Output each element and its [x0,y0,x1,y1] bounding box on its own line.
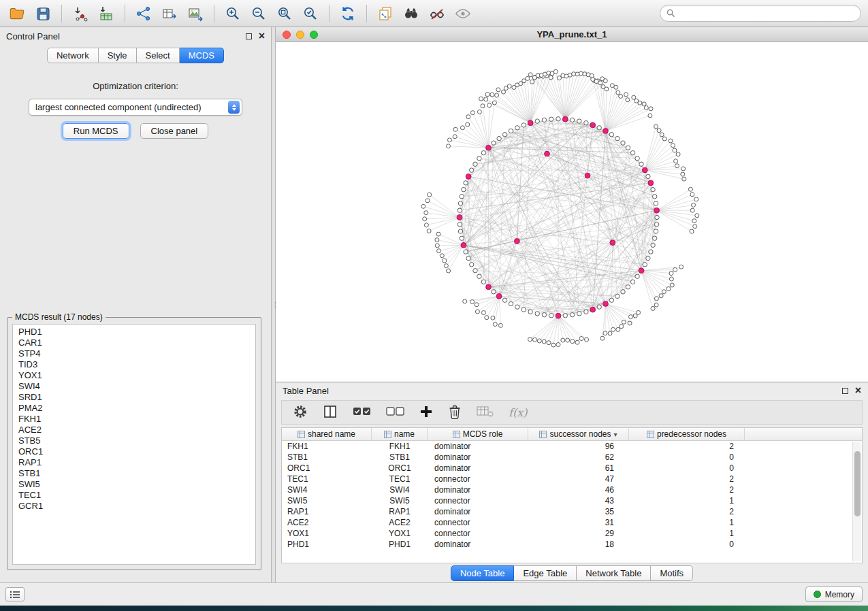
close-panel-icon[interactable]: × [259,33,265,39]
network-edge[interactable] [468,117,489,148]
select-all-rows-button[interactable] [353,406,371,420]
column-header-name[interactable]: name [372,428,428,440]
network-node[interactable] [464,181,468,185]
network-edge[interactable] [606,95,626,131]
network-node[interactable] [537,339,541,343]
network-edge[interactable] [429,217,460,231]
network-edge[interactable] [565,80,594,119]
network-hub-node[interactable] [654,208,660,213]
table-row[interactable]: STB1STB1dominator620 [282,452,862,463]
network-edge[interactable] [495,296,499,324]
network-edge[interactable] [487,296,499,317]
network-canvas[interactable] [276,42,868,382]
network-node[interactable] [616,90,620,95]
import-network-button[interactable] [70,3,91,24]
network-edge[interactable] [468,176,586,312]
network-node[interactable] [457,222,462,227]
network-edge[interactable] [645,146,673,170]
network-node[interactable] [470,263,474,267]
network-hub-node[interactable] [590,307,596,312]
network-node[interactable] [566,338,570,342]
result-node-item[interactable]: STP4 [18,348,255,359]
network-node[interactable] [535,312,539,316]
network-edge[interactable] [606,203,656,304]
column-header-successor-nodes[interactable]: successor nodes▾ [528,428,629,440]
zoom-selected-button[interactable] [300,3,321,24]
network-node[interactable] [491,316,495,320]
network-node[interactable] [551,343,556,347]
network-edge[interactable] [606,304,636,316]
network-node[interactable] [477,274,481,278]
network-node[interactable] [470,111,475,115]
network-edge[interactable] [558,316,587,340]
table-row[interactable]: YOX1YOX1connector291 [282,528,862,539]
network-node[interactable] [624,93,628,97]
network-node[interactable] [502,298,507,302]
network-node[interactable] [603,79,607,83]
network-node[interactable] [453,127,457,131]
network-node[interactable] [693,225,697,229]
result-node-item[interactable]: TID3 [18,359,255,370]
network-node[interactable] [424,223,428,227]
network-node[interactable] [563,314,567,318]
tab-mcds[interactable]: MCDS [180,48,224,63]
network-node[interactable] [671,144,675,148]
network-node[interactable] [481,280,485,284]
network-node[interactable] [484,97,488,101]
network-node[interactable] [603,331,607,335]
network-node[interactable] [458,229,462,233]
network-node[interactable] [490,93,494,97]
network-node[interactable] [646,256,650,260]
network-node[interactable] [660,133,664,137]
network-node[interactable] [460,126,464,130]
network-node[interactable] [669,139,673,143]
network-node[interactable] [609,133,613,137]
open-file-button[interactable] [7,3,27,24]
network-hub-node[interactable] [545,151,550,156]
network-node[interactable] [521,123,526,127]
network-node[interactable] [458,201,462,205]
network-edge[interactable] [437,240,464,246]
table-row[interactable]: SWI5SWI5connector431 [282,495,862,506]
network-edge[interactable] [489,287,600,307]
result-node-item[interactable]: FKH1 [18,414,255,425]
network-hub-node[interactable] [556,313,561,318]
network-node[interactable] [496,88,500,92]
network-node[interactable] [657,129,661,133]
network-edge[interactable] [534,78,565,119]
network-node[interactable] [597,305,601,309]
result-node-item[interactable]: PMA2 [18,403,255,414]
network-node[interactable] [692,203,696,207]
network-hub-node[interactable] [457,215,462,220]
network-node[interactable] [487,103,492,108]
network-node[interactable] [477,156,481,161]
network-edge[interactable] [606,304,639,313]
network-edge[interactable] [539,316,558,341]
network-node[interactable] [585,337,589,342]
network-node[interactable] [549,314,553,318]
network-node[interactable] [509,129,513,133]
network-edge[interactable] [606,304,622,327]
network-edge[interactable] [437,245,464,246]
network-hub-node[interactable] [603,301,609,307]
network-node[interactable] [639,162,643,166]
network-node[interactable] [626,146,630,150]
delete-column-button[interactable] [448,404,462,421]
network-edge[interactable] [606,100,628,131]
search-input[interactable] [679,9,854,18]
network-edge[interactable] [645,135,662,170]
network-node[interactable] [579,337,583,341]
mcds-result-list[interactable]: PHD1CAR1STP4TID3YOX1SWI4SRD1PMA2FKH1ACE2… [12,324,256,565]
network-node[interactable] [502,133,507,137]
network-node[interactable] [447,144,451,148]
network-node[interactable] [475,303,479,307]
network-edge[interactable] [565,74,585,119]
network-node[interactable] [528,73,532,77]
network-node[interactable] [681,167,686,171]
network-edge[interactable] [479,112,488,148]
column-header-mcds-role[interactable]: MCDS role [428,428,528,440]
network-edge[interactable] [645,170,683,174]
network-edge[interactable] [477,296,499,304]
network-hub-node[interactable] [486,284,492,290]
network-node[interactable] [423,217,427,221]
